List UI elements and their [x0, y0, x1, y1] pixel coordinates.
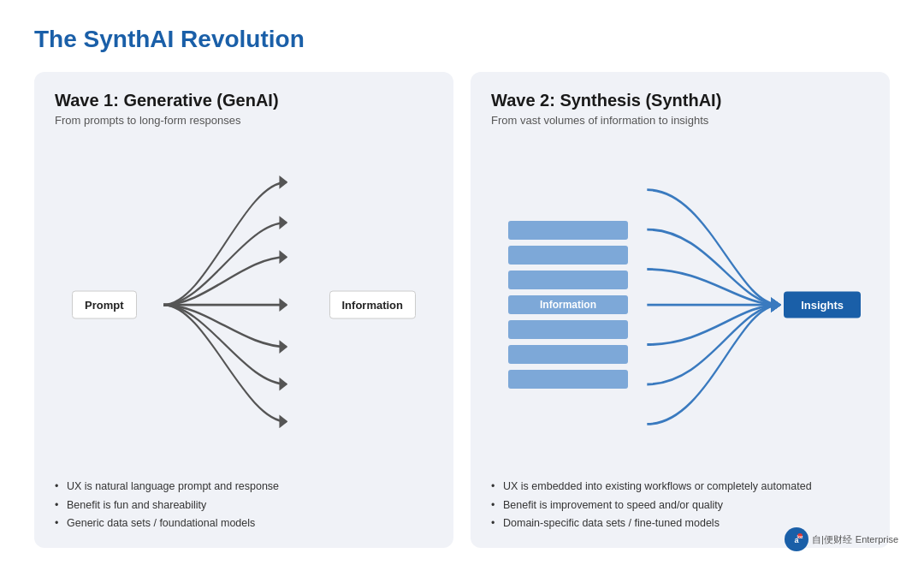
bar-center-wrapper: Information: [508, 295, 628, 314]
wave2-bullets: UX is embedded into existing workflows o…: [491, 478, 869, 532]
insights-box: Insights: [784, 292, 861, 318]
prompt-box: Prompt: [72, 291, 137, 319]
wave1-bullet-3: Generic data sets / foundational models: [55, 514, 433, 532]
bar-7: [508, 370, 628, 389]
wave1-panel: Wave 1: Generative (GenAI) From prompts …: [34, 72, 453, 548]
wave2-bullet-1: UX is embedded into existing workflows o…: [491, 478, 869, 496]
watermark-logo: a loz: [785, 527, 808, 551]
panels-row: Wave 1: Generative (GenAI) From prompts …: [34, 72, 890, 548]
watermark-text-left: 自|便财经: [812, 533, 852, 546]
wave1-bullet-2: Benefit is fun and shareability: [55, 497, 433, 514]
page-title: The SynthAI Revolution: [34, 26, 890, 53]
bar-5: [508, 320, 628, 339]
wave1-title: Wave 1: Generative (GenAI): [55, 91, 433, 110]
bar-stack: Information: [508, 221, 628, 389]
watermark-text-enterprise: Enterprise: [856, 534, 898, 544]
svg-text:loz: loz: [797, 534, 803, 539]
bar-6: [508, 345, 628, 364]
wave2-title: Wave 2: Synthesis (SynthAI): [491, 91, 869, 110]
bar-2: [508, 246, 628, 265]
wave1-subtitle: From prompts to long-form responses: [55, 114, 433, 127]
bar-1: [508, 221, 628, 240]
wave1-diagram: Prompt Information: [55, 140, 433, 469]
information-box: Information: [329, 291, 417, 319]
wave2-bullet-2: Benefit is improvement to speed and/or q…: [491, 497, 869, 514]
wave2-diagram: Information: [491, 140, 869, 469]
wave2-subtitle: From vast volumes of information to insi…: [491, 114, 869, 127]
bar-center: [508, 295, 628, 314]
wave2-panel: Wave 2: Synthesis (SynthAI) From vast vo…: [471, 72, 890, 548]
watermark: a loz 自|便财经 Enterprise: [785, 527, 898, 551]
bar-3: [508, 271, 628, 289]
wave1-bullets: UX is natural language prompt and respon…: [55, 478, 433, 532]
wave1-bullet-1: UX is natural language prompt and respon…: [55, 478, 433, 496]
